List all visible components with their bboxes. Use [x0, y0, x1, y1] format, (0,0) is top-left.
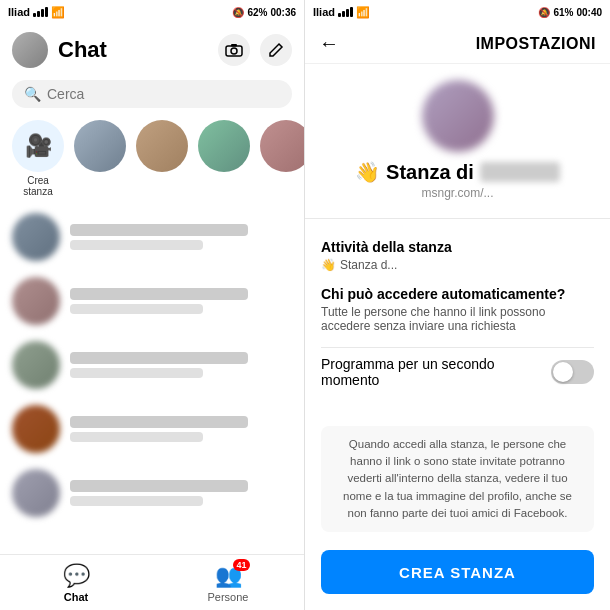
info-text: Quando accedi alla stanza, le persone ch… — [343, 438, 572, 519]
chat-avatar-3 — [12, 341, 60, 389]
activity-sub: 👋 Stanza d... — [321, 258, 594, 272]
pencil-button[interactable] — [260, 34, 292, 66]
rbar3 — [346, 9, 349, 17]
chat-item-5[interactable] — [0, 461, 304, 525]
left-header-left: Chat — [12, 32, 107, 68]
schedule-label: Programma per un secondo momento — [321, 356, 551, 388]
right-no-alert-icon: 🔕 — [538, 7, 550, 18]
chat-nav-label: Chat — [64, 591, 88, 603]
divider-2 — [321, 347, 594, 348]
chat-avatar-2 — [12, 277, 60, 325]
story-avatar-4 — [260, 120, 304, 172]
nav-people[interactable]: 👥 41 Persone — [152, 555, 304, 610]
nav-chat[interactable]: 💬 Chat — [0, 555, 152, 610]
stories-row: 🎥 Crea stanza — [0, 116, 304, 205]
access-block: Chi può accedere automaticamente? Tutte … — [321, 286, 594, 333]
rbar2 — [342, 11, 345, 17]
svg-rect-2 — [231, 44, 237, 47]
create-room-button[interactable]: CREA STANZA — [321, 550, 594, 594]
rbar1 — [338, 13, 341, 17]
right-carrier: Iliad — [313, 6, 335, 18]
chat-info-5 — [70, 480, 292, 506]
room-name-text: Stanza di — [386, 161, 474, 184]
right-time-battery: 🔕 61% 00:40 — [538, 7, 602, 18]
camera-button[interactable] — [218, 34, 250, 66]
chat-info-1 — [70, 224, 292, 250]
chat-avatar-5 — [12, 469, 60, 517]
search-icon: 🔍 — [24, 86, 41, 102]
right-battery: 61% — [553, 7, 573, 18]
chat-info-4 — [70, 416, 292, 442]
chat-list — [0, 205, 304, 554]
bar1 — [33, 13, 36, 17]
activity-sub-text: Stanza d... — [340, 258, 397, 272]
create-story-item[interactable]: 🎥 Crea stanza — [12, 120, 64, 197]
activity-sub-emoji: 👋 — [321, 258, 336, 272]
chat-name-2 — [70, 288, 248, 300]
access-label: Chi può accedere automaticamente? — [321, 286, 594, 302]
story-item-4[interactable] — [260, 120, 304, 197]
left-carrier: Iliad — [8, 6, 30, 18]
left-no-alert-icon: 🔕 — [232, 7, 244, 18]
chat-preview-2 — [70, 304, 203, 314]
bar2 — [37, 11, 40, 17]
chat-avatar-4 — [12, 405, 60, 453]
left-time: 00:36 — [270, 7, 296, 18]
chat-avatar-1 — [12, 213, 60, 261]
chat-item-2[interactable] — [0, 269, 304, 333]
right-signal-bars — [338, 7, 353, 17]
chat-info-3 — [70, 352, 292, 378]
left-signal-bars — [33, 7, 48, 17]
page-title: Chat — [58, 37, 107, 63]
back-button[interactable]: ← — [319, 32, 339, 55]
left-wifi-icon: 📶 — [51, 6, 65, 19]
info-text-block: Quando accedi alla stanza, le persone ch… — [321, 426, 594, 532]
people-nav-label: Persone — [208, 591, 249, 603]
settings-section: Attività della stanza 👋 Stanza d... Chi … — [305, 227, 610, 418]
rbar4 — [350, 7, 353, 17]
right-status-bar: Iliad 📶 🔕 61% 00:40 — [305, 0, 610, 24]
chat-item-3[interactable] — [0, 333, 304, 397]
chat-info-2 — [70, 288, 292, 314]
search-input[interactable] — [47, 86, 280, 102]
svg-point-1 — [231, 48, 237, 54]
access-description: Tutte le persone che hanno il link posso… — [321, 305, 594, 333]
search-bar: 🔍 — [12, 80, 292, 108]
create-story-avatar: 🎥 — [12, 120, 64, 172]
story-item-1[interactable] — [74, 120, 126, 197]
room-link: msngr.com/... — [421, 186, 493, 200]
bottom-nav: 💬 Chat 👥 41 Persone — [0, 554, 304, 610]
chat-item-1[interactable] — [0, 205, 304, 269]
create-room-label: CREA STANZA — [399, 564, 516, 581]
left-header: Chat — [0, 24, 304, 76]
bar3 — [41, 9, 44, 17]
chat-name-1 — [70, 224, 248, 236]
chat-preview-1 — [70, 240, 203, 250]
people-badge-container: 👥 41 — [215, 563, 242, 589]
story-item-3[interactable] — [198, 120, 250, 197]
schedule-toggle[interactable] — [551, 360, 594, 384]
divider-1 — [305, 218, 610, 219]
chat-preview-4 — [70, 432, 203, 442]
chat-name-3 — [70, 352, 248, 364]
chat-nav-icon: 💬 — [63, 563, 90, 589]
right-header: ← IMPOSTAZIONI — [305, 24, 610, 64]
left-status-bar: Iliad 📶 🔕 62% 00:36 — [0, 0, 304, 24]
left-carrier-info: Iliad 📶 — [8, 6, 65, 19]
chat-preview-5 — [70, 496, 203, 506]
room-avatar — [422, 80, 494, 152]
left-battery: 62% — [247, 7, 267, 18]
room-emoji: 👋 — [355, 160, 380, 184]
toggle-knob — [553, 362, 573, 382]
story-avatar-2 — [136, 120, 188, 172]
activity-label: Attività della stanza — [321, 239, 594, 255]
right-time: 00:40 — [576, 7, 602, 18]
chat-item-4[interactable] — [0, 397, 304, 461]
room-profile: 👋 Stanza di msngr.com/... — [305, 64, 610, 210]
story-item-2[interactable] — [136, 120, 188, 197]
user-avatar[interactable] — [12, 32, 48, 68]
room-name-row: 👋 Stanza di — [355, 160, 560, 184]
plus-video-icon: 🎥 — [25, 133, 52, 159]
access-desc-text: Tutte le persone che hanno il link posso… — [321, 305, 594, 333]
bar4 — [45, 7, 48, 17]
